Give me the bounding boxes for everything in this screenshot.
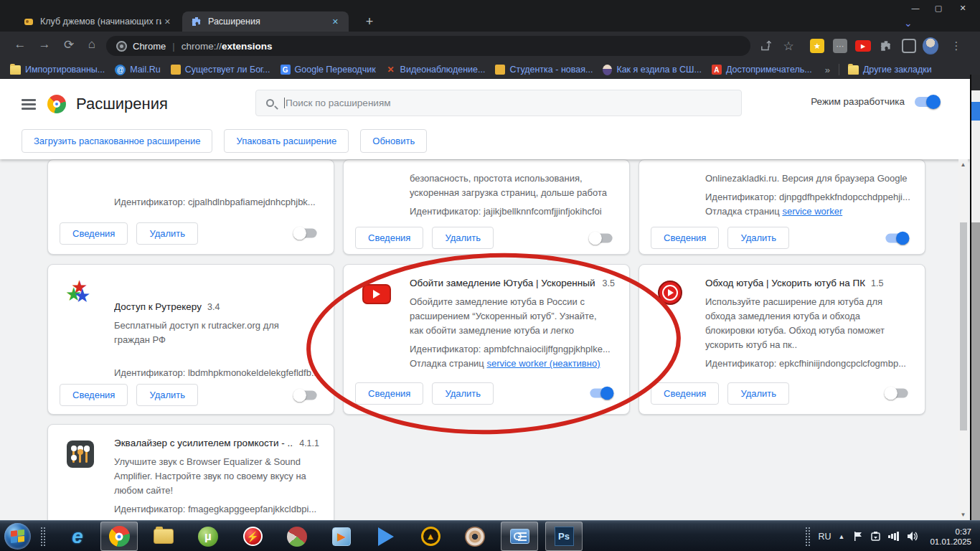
bookmark-translate[interactable]: G Google Переводчик [281, 65, 376, 75]
utorrent-icon[interactable]: µ [191, 522, 225, 551]
ext-panel-icon[interactable] [901, 38, 917, 54]
tab-close-icon[interactable]: ✕ [329, 16, 341, 28]
photoshop-icon[interactable]: Ps [545, 522, 583, 551]
details-button[interactable]: Сведения [651, 382, 719, 405]
ext-equalizer-icon[interactable]: ⋯ [832, 38, 848, 54]
extension-toggle[interactable] [590, 233, 612, 242]
safely-remove-icon[interactable] [870, 531, 881, 542]
extensions-puzzle-icon[interactable] [878, 38, 894, 54]
scrollbar-down-icon[interactable]: ▼ [958, 509, 968, 520]
extension-description: Onlinezakladki.ru. Версия для браузера G… [705, 171, 910, 186]
close-button[interactable]: ✕ [953, 1, 973, 14]
extension-card-youtube-speedup: Обойти замедление Ютуба | Ускоренный ...… [343, 264, 630, 415]
url-scheme: chrome:// [182, 41, 222, 52]
extension-toggle[interactable] [294, 229, 316, 238]
start-button[interactable] [4, 523, 31, 550]
back-icon[interactable]: ← [11, 37, 29, 52]
home-icon[interactable]: ⌂ [83, 37, 100, 52]
extension-toggle[interactable] [885, 233, 908, 242]
tab-search-chevron-icon[interactable]: ⌄ [904, 17, 913, 29]
disc-image-icon[interactable] [458, 522, 492, 551]
extension-card-rutracker: ★★★ Доступ к Рутрекеру 3.4 Бесплатный до… [47, 264, 334, 415]
bookmark-cctv[interactable]: ✕ Видеонаблюдение... [386, 65, 486, 75]
search-icon [266, 99, 274, 107]
extension-description: ускорить ютуб на пк.. [705, 338, 910, 352]
taskbar-clock[interactable]: 0:37 01.01.2025 [930, 527, 971, 547]
remove-button[interactable]: Удалить [432, 382, 494, 405]
action-center-flag-icon[interactable] [853, 531, 863, 542]
remove-button[interactable]: Удалить [136, 384, 198, 406]
remove-button[interactable]: Удалить [432, 227, 494, 249]
tab-extensions[interactable]: Расширения ✕ [182, 11, 349, 32]
update-button[interactable]: Обновить [360, 129, 427, 153]
minimize-button[interactable]: — [905, 1, 925, 14]
details-button[interactable]: Сведения [60, 222, 128, 245]
bookmark-star-icon[interactable]: ☆ [781, 38, 796, 54]
remove-button[interactable]: Удалить [136, 222, 198, 245]
maximize-button[interactable]: ▢ [928, 1, 948, 14]
tab-close-icon[interactable]: ✕ [161, 16, 174, 28]
ext-youtube-icon[interactable]: ▶ [855, 38, 871, 54]
bookmark-label: Google Переводчик [295, 65, 376, 75]
extensions-search-input[interactable]: Поиск по расширениям [255, 90, 742, 116]
page-scrollbar[interactable]: ▲ ▼ [958, 159, 968, 520]
extension-toggle[interactable] [885, 389, 908, 398]
service-worker-link[interactable]: service worker [782, 206, 842, 217]
ext-bookmarks-icon[interactable]: ★ [809, 38, 825, 54]
bookmark-usa-trip[interactable]: Как я ездила в СШ... [603, 65, 702, 75]
load-unpacked-button[interactable]: Загрузить распакованное расширение [22, 129, 212, 153]
lightning-app-icon[interactable]: ⚡ [235, 522, 270, 551]
extension-id: Идентификатор: lbdmhpkmonokeldelekgfefld… [114, 366, 319, 380]
scrollbar-up-icon[interactable]: ▲ [958, 159, 968, 170]
forward-icon[interactable]: → [36, 37, 53, 52]
person-icon [603, 65, 612, 75]
bookmark-imported[interactable]: Импортированны... [10, 65, 105, 75]
extension-description: расширением “Ускоренный ютуб”. Узнайте, [410, 309, 615, 324]
developer-mode-toggle[interactable] [915, 97, 939, 107]
bookmark-site[interactable]: Существует ли Бог... [171, 65, 270, 75]
tab-jam-club[interactable]: Клуб джемов (начинающих гит ✕ [14, 11, 181, 32]
bookmark-label: Как я ездила в СШ... [616, 65, 702, 75]
blue-play-icon[interactable] [369, 522, 403, 551]
extension-toggle[interactable] [294, 390, 316, 400]
details-button[interactable]: Сведения [60, 384, 128, 406]
profile-avatar[interactable] [923, 38, 938, 54]
control-panel-icon[interactable] [501, 522, 538, 551]
media-swirl-icon[interactable] [280, 522, 314, 551]
share-icon[interactable] [758, 38, 773, 54]
hidden-icons-chevron[interactable]: ▲ [839, 533, 845, 540]
language-indicator[interactable]: RU [818, 532, 831, 542]
new-tab-button[interactable]: + [361, 14, 378, 29]
bookmark-sights[interactable]: A Достопримечатель... [712, 65, 812, 75]
extension-description: обхода замедления ютуба и обхода [705, 309, 910, 324]
other-bookmarks[interactable]: Другие закладки [848, 65, 932, 75]
details-button[interactable]: Сведения [651, 227, 719, 249]
daemon-tools-icon[interactable]: ▲ [413, 522, 448, 551]
bookmark-label: Другие закладки [863, 65, 932, 75]
developer-mode-label: Режим разработчика [811, 96, 905, 107]
volume-icon[interactable] [907, 531, 918, 542]
internet-explorer-icon[interactable]: e [60, 522, 95, 551]
debug-pages-line: Отладка страниц service worker (неактивн… [410, 357, 615, 371]
scrollbar-thumb[interactable] [960, 222, 967, 430]
extension-toggle[interactable] [590, 389, 612, 398]
menu-dots-icon[interactable]: ⋮ [948, 38, 964, 54]
service-worker-link[interactable]: service worker (неактивно) [486, 358, 600, 369]
pack-extension-button[interactable]: Упаковать расширение [224, 129, 349, 153]
file-explorer-icon[interactable] [146, 522, 181, 551]
extension-card-ublock: Идентификатор: cjpalhdlnbpafiamejdnhcphj… [47, 159, 334, 255]
remove-button[interactable]: Удалить [727, 382, 789, 405]
network-signal-icon[interactable] [888, 532, 900, 541]
bookmarks-overflow-chevron[interactable]: » [825, 65, 830, 75]
bookmark-student[interactable]: Студентка - новая... [495, 65, 593, 75]
bookmark-mailru[interactable]: @ Mail.Ru [115, 65, 160, 75]
details-button[interactable]: Сведения [355, 382, 423, 405]
menu-hamburger-icon[interactable] [22, 99, 36, 110]
chrome-taskbar-icon[interactable] [100, 522, 138, 551]
details-button[interactable]: Сведения [355, 227, 423, 249]
address-bar[interactable]: Chrome | chrome://extensions [106, 36, 750, 56]
remove-button[interactable]: Удалить [727, 227, 789, 249]
windows-media-player-icon[interactable]: ▶ [324, 522, 359, 551]
reload-icon[interactable]: ⟳ [60, 37, 77, 52]
extension-card-equalizer: Эквалайзер с усилителем громкости - ... … [47, 424, 334, 520]
